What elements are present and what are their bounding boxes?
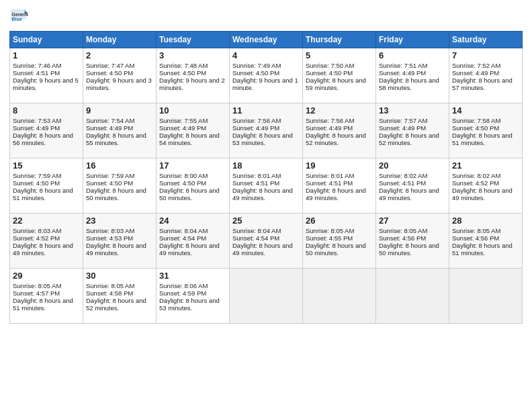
daylight-text: Daylight: 9 hours and 3 minutes. <box>86 77 152 91</box>
sunrise-text: Sunrise: 8:05 AM <box>379 227 427 234</box>
sunrise-text: Sunrise: 8:02 AM <box>379 172 427 179</box>
calendar-cell: 31Sunrise: 8:06 AMSunset: 4:59 PMDayligh… <box>157 269 230 324</box>
calendar-cell: 2Sunrise: 7:47 AMSunset: 4:50 PMDaylight… <box>83 48 157 103</box>
calendar-cell: 14Sunrise: 7:58 AMSunset: 4:50 PMDayligh… <box>449 103 523 158</box>
calendar-cell: 8Sunrise: 7:53 AMSunset: 4:49 PMDaylight… <box>10 103 83 158</box>
logo: General Blue <box>9 7 31 26</box>
sunset-text: Sunset: 4:50 PM <box>159 69 206 77</box>
calendar-cell: 28Sunrise: 8:05 AMSunset: 4:56 PMDayligh… <box>449 214 523 269</box>
col-header-tuesday: Tuesday <box>157 32 230 48</box>
calendar-cell: 7Sunrise: 7:52 AMSunset: 4:49 PMDaylight… <box>449 48 523 103</box>
day-number: 8 <box>13 105 80 116</box>
sunrise-text: Sunrise: 8:01 AM <box>306 172 354 179</box>
daylight-text: Daylight: 9 hours and 1 minute. <box>232 77 298 91</box>
sunset-text: Sunset: 4:51 PM <box>306 179 353 187</box>
header: General Blue <box>9 7 523 26</box>
sunrise-text: Sunrise: 7:46 AM <box>13 62 61 69</box>
calendar-cell: 22Sunrise: 8:03 AMSunset: 4:52 PMDayligh… <box>10 214 83 269</box>
sunrise-text: Sunrise: 7:59 AM <box>86 172 134 179</box>
daylight-text: Daylight: 8 hours and 54 minutes. <box>159 132 220 146</box>
daylight-text: Daylight: 8 hours and 55 minutes. <box>86 132 146 146</box>
sunrise-text: Sunrise: 8:05 AM <box>306 227 354 234</box>
day-number: 10 <box>159 105 226 116</box>
col-header-thursday: Thursday <box>303 32 376 48</box>
daylight-text: Daylight: 8 hours and 52 minutes. <box>86 297 146 312</box>
sunset-text: Sunset: 4:58 PM <box>86 289 133 297</box>
sunrise-text: Sunrise: 8:04 AM <box>159 227 208 234</box>
main-container: General Blue SundayMondayTuesdayWednesda… <box>0 0 532 329</box>
sunset-text: Sunset: 4:49 PM <box>306 124 353 132</box>
day-number: 9 <box>86 105 153 116</box>
calendar-cell: 12Sunrise: 7:56 AMSunset: 4:49 PMDayligh… <box>303 103 376 158</box>
sunrise-text: Sunrise: 7:53 AM <box>13 117 61 124</box>
sunrise-text: Sunrise: 8:00 AM <box>159 172 208 179</box>
sunset-text: Sunset: 4:49 PM <box>379 69 426 77</box>
daylight-text: Daylight: 8 hours and 58 minutes. <box>379 77 439 91</box>
sunrise-text: Sunrise: 7:54 AM <box>86 117 134 124</box>
daylight-text: Daylight: 8 hours and 50 minutes. <box>379 242 439 257</box>
day-number: 26 <box>306 216 373 226</box>
daylight-text: Daylight: 8 hours and 57 minutes. <box>452 77 513 91</box>
sunrise-text: Sunrise: 7:58 AM <box>452 117 500 124</box>
sunrise-text: Sunrise: 7:56 AM <box>232 117 281 124</box>
day-number: 17 <box>159 161 226 171</box>
svg-text:Blue: Blue <box>12 17 22 21</box>
daylight-text: Daylight: 8 hours and 53 minutes. <box>232 132 293 146</box>
calendar-cell: 23Sunrise: 8:03 AMSunset: 4:53 PMDayligh… <box>83 214 157 269</box>
sunrise-text: Sunrise: 8:04 AM <box>232 227 281 234</box>
calendar-cell <box>449 269 523 324</box>
day-number: 21 <box>452 161 519 171</box>
day-number: 5 <box>306 50 373 60</box>
logo-icon: General Blue <box>9 7 28 26</box>
daylight-text: Daylight: 8 hours and 50 minutes. <box>159 187 220 201</box>
sunrise-text: Sunrise: 8:05 AM <box>13 282 61 289</box>
day-number: 11 <box>232 105 300 116</box>
calendar-cell: 6Sunrise: 7:51 AMSunset: 4:49 PMDaylight… <box>376 48 449 103</box>
day-number: 3 <box>159 50 226 60</box>
day-number: 4 <box>232 50 300 60</box>
sunset-text: Sunset: 4:49 PM <box>452 69 499 77</box>
daylight-text: Daylight: 8 hours and 50 minutes. <box>86 187 146 201</box>
calendar-cell: 19Sunrise: 8:01 AMSunset: 4:51 PMDayligh… <box>303 158 376 214</box>
sunrise-text: Sunrise: 7:47 AM <box>86 62 134 69</box>
sunset-text: Sunset: 4:49 PM <box>379 124 426 132</box>
calendar-cell: 13Sunrise: 7:57 AMSunset: 4:49 PMDayligh… <box>376 103 449 158</box>
sunrise-text: Sunrise: 7:55 AM <box>159 117 208 124</box>
sunset-text: Sunset: 4:52 PM <box>13 234 60 242</box>
calendar-cell: 21Sunrise: 8:02 AMSunset: 4:52 PMDayligh… <box>449 158 523 214</box>
sunset-text: Sunset: 4:54 PM <box>232 234 279 242</box>
calendar-cell: 27Sunrise: 8:05 AMSunset: 4:56 PMDayligh… <box>376 214 449 269</box>
col-header-friday: Friday <box>376 32 449 48</box>
sunset-text: Sunset: 4:50 PM <box>86 69 133 77</box>
calendar-cell: 11Sunrise: 7:56 AMSunset: 4:49 PMDayligh… <box>230 103 303 158</box>
day-number: 29 <box>13 271 80 281</box>
sunset-text: Sunset: 4:56 PM <box>379 234 426 242</box>
calendar-cell <box>376 269 449 324</box>
sunset-text: Sunset: 4:57 PM <box>13 289 60 297</box>
daylight-text: Daylight: 8 hours and 49 minutes. <box>13 242 73 257</box>
day-number: 1 <box>13 50 80 60</box>
day-number: 30 <box>86 271 153 281</box>
daylight-text: Daylight: 8 hours and 49 minutes. <box>306 187 366 201</box>
sunset-text: Sunset: 4:59 PM <box>159 289 206 297</box>
daylight-text: Daylight: 8 hours and 52 minutes. <box>379 132 439 146</box>
day-number: 6 <box>379 50 446 60</box>
sunset-text: Sunset: 4:50 PM <box>13 179 60 187</box>
col-header-wednesday: Wednesday <box>230 32 303 48</box>
day-number: 7 <box>452 50 519 60</box>
col-header-sunday: Sunday <box>10 32 83 48</box>
calendar-cell <box>303 269 376 324</box>
sunrise-text: Sunrise: 7:49 AM <box>232 62 281 69</box>
day-number: 12 <box>306 105 373 116</box>
sunset-text: Sunset: 4:51 PM <box>379 179 426 187</box>
daylight-text: Daylight: 8 hours and 51 minutes. <box>13 297 73 312</box>
calendar-cell: 18Sunrise: 8:01 AMSunset: 4:51 PMDayligh… <box>230 158 303 214</box>
daylight-text: Daylight: 8 hours and 49 minutes. <box>232 242 293 257</box>
day-number: 18 <box>232 161 300 171</box>
calendar-cell: 5Sunrise: 7:50 AMSunset: 4:50 PMDaylight… <box>303 48 376 103</box>
sunset-text: Sunset: 4:56 PM <box>452 234 499 242</box>
sunset-text: Sunset: 4:50 PM <box>86 179 133 187</box>
day-number: 15 <box>13 161 80 171</box>
day-number: 20 <box>379 161 446 171</box>
sunset-text: Sunset: 4:50 PM <box>232 69 279 77</box>
